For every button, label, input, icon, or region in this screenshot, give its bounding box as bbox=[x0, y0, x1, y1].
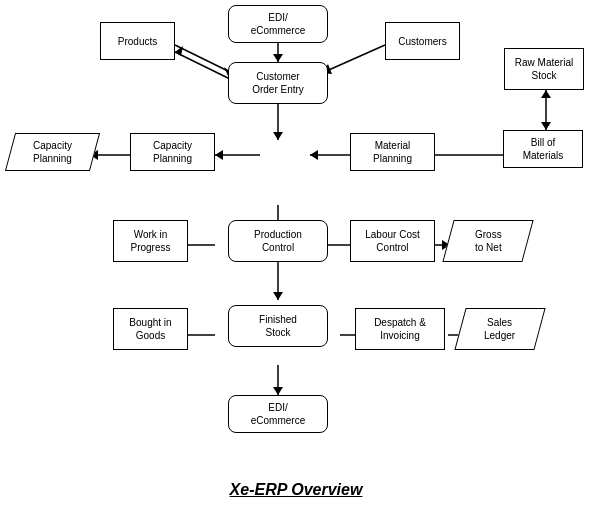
sales-ledger-box: SalesLedger bbox=[460, 308, 540, 350]
products-box: Products bbox=[100, 22, 175, 60]
material-planning-box: MaterialPlanning bbox=[350, 133, 435, 171]
work-in-progress-label: Work inProgress bbox=[130, 228, 170, 254]
svg-marker-12 bbox=[541, 122, 551, 130]
raw-material-stock-box: Raw MaterialStock bbox=[504, 48, 584, 90]
raw-material-stock-label: Raw MaterialStock bbox=[515, 56, 573, 82]
svg-line-0 bbox=[175, 45, 232, 73]
svg-line-6 bbox=[322, 45, 385, 73]
production-control-label: ProductionControl bbox=[254, 228, 302, 254]
edi-bottom-box: EDI/eCommerce bbox=[228, 395, 328, 433]
material-planning-label: MaterialPlanning bbox=[373, 139, 412, 165]
bought-in-goods-box: Bought inGoods bbox=[113, 308, 188, 350]
sales-ledger-label: SalesLedger bbox=[484, 316, 515, 342]
gross-to-net-label: Grossto Net bbox=[475, 228, 502, 254]
svg-marker-37 bbox=[273, 387, 283, 395]
finished-stock-box: FinishedStock bbox=[228, 305, 328, 347]
svg-line-2 bbox=[175, 52, 232, 80]
edi-top-box: EDI/eCommerce bbox=[228, 5, 328, 43]
title-section: Xe-ERP Overview bbox=[0, 481, 592, 499]
customer-order-entry-box: CustomerOrder Entry bbox=[228, 62, 328, 104]
work-in-progress-box: Work inProgress bbox=[113, 220, 188, 262]
svg-marker-3 bbox=[175, 46, 183, 56]
customer-order-entry-label: CustomerOrder Entry bbox=[252, 70, 304, 96]
diagram-container: EDI/eCommerce Products Customers Custome… bbox=[0, 0, 592, 460]
capacity-planning-right-label: CapacityPlanning bbox=[153, 139, 192, 165]
svg-marker-11 bbox=[541, 90, 551, 98]
despatch-invoicing-box: Despatch &Invoicing bbox=[355, 308, 445, 350]
customers-label: Customers bbox=[398, 35, 446, 48]
edi-top-label: EDI/eCommerce bbox=[251, 11, 305, 37]
production-control-box: ProductionControl bbox=[228, 220, 328, 262]
page-title: Xe-ERP Overview bbox=[230, 481, 363, 498]
gross-to-net-box: Grossto Net bbox=[448, 220, 528, 262]
capacity-planning-right-box: CapacityPlanning bbox=[130, 133, 215, 171]
svg-marker-22 bbox=[273, 292, 283, 300]
bill-of-materials-box: Bill ofMaterials bbox=[503, 130, 583, 168]
bought-in-goods-label: Bought inGoods bbox=[129, 316, 171, 342]
products-label: Products bbox=[118, 35, 157, 48]
svg-marker-5 bbox=[273, 54, 283, 62]
svg-marker-14 bbox=[310, 150, 318, 160]
edi-bottom-label: EDI/eCommerce bbox=[251, 401, 305, 427]
capacity-planning-left-label: CapacityPlanning bbox=[33, 139, 72, 165]
labour-cost-control-box: Labour CostControl bbox=[350, 220, 435, 262]
labour-cost-control-label: Labour CostControl bbox=[365, 228, 419, 254]
capacity-planning-left-box: CapacityPlanning bbox=[10, 133, 95, 171]
despatch-invoicing-label: Despatch &Invoicing bbox=[374, 316, 426, 342]
svg-marker-18 bbox=[215, 150, 223, 160]
finished-stock-label: FinishedStock bbox=[259, 313, 297, 339]
bill-of-materials-label: Bill ofMaterials bbox=[523, 136, 564, 162]
customers-box: Customers bbox=[385, 22, 460, 60]
svg-marker-9 bbox=[273, 132, 283, 140]
